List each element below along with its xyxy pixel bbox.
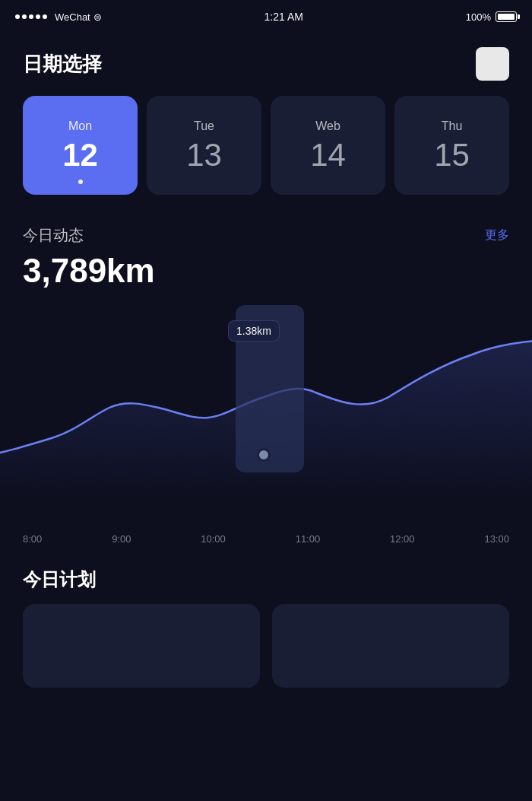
day-number-web: 14 [310, 139, 346, 171]
date-picker-title: 日期选择 [23, 51, 102, 78]
day-number-thu: 15 [434, 139, 470, 171]
date-picker-header: 日期选择 [23, 47, 509, 81]
time-label: 1:21 AM [264, 11, 303, 23]
day-number-mon: 12 [62, 139, 98, 171]
chart-tooltip-dot [257, 448, 271, 462]
date-card-web[interactable]: Web 14 [271, 96, 385, 195]
date-cards-row: Mon 12 Tue 13 Web 14 Thu 15 [23, 96, 509, 195]
date-card-mon[interactable]: Mon 12 [23, 96, 138, 195]
battery-icon [496, 11, 517, 22]
chart-tooltip-label: 1.38km [228, 320, 280, 342]
more-link[interactable]: 更多 [485, 227, 509, 243]
plan-cards [23, 604, 509, 688]
plan-section: 今日计划 [0, 567, 532, 688]
settings-button[interactable] [476, 47, 509, 81]
day-number-tue: 13 [186, 139, 222, 171]
plan-title: 今日计划 [23, 567, 509, 592]
battery-percent: 100% [466, 11, 491, 23]
plan-card-2[interactable] [272, 604, 509, 688]
activity-chart: 1.38km [0, 305, 532, 548]
main-content: 日期选择 Mon 12 Tue 13 Web 14 Thu 15 今日动态 更多… [0, 47, 532, 290]
day-label-thu: Thu [442, 119, 463, 133]
activity-title: 今日动态 [23, 225, 84, 246]
activity-value: 3,789km [23, 252, 509, 290]
status-left: WeChat ⊜ [15, 11, 102, 23]
plan-card-1[interactable] [23, 604, 260, 688]
status-bar: WeChat ⊜ 1:21 AM 100% [0, 0, 532, 33]
activity-header: 今日动态 更多 [23, 225, 509, 246]
status-right: 100% [466, 11, 517, 23]
wifi-icon: ⊜ [93, 11, 102, 23]
active-dot-mon [78, 180, 83, 184]
date-card-tue[interactable]: Tue 13 [147, 96, 261, 195]
day-label-tue: Tue [194, 119, 214, 133]
day-label-web: Web [315, 119, 340, 133]
signal-dots [15, 14, 47, 19]
carrier-label: WeChat [55, 11, 90, 23]
date-card-thu[interactable]: Thu 15 [394, 96, 509, 195]
day-label-mon: Mon [68, 119, 92, 133]
